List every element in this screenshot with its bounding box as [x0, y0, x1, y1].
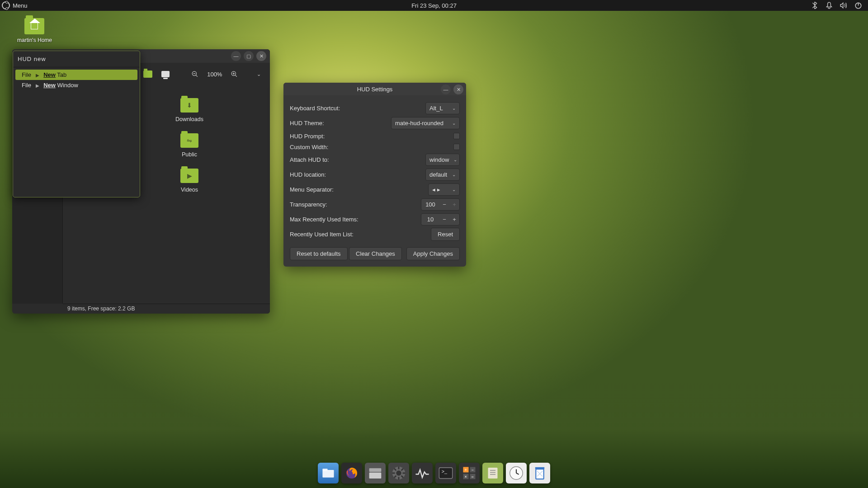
separator-icon: ▶ — [36, 83, 39, 88]
folder-icon: ⬇ — [180, 98, 198, 113]
chevron-down-icon: ⌄ — [452, 172, 456, 177]
folder-public[interactable]: ⇋ Public — [167, 133, 212, 158]
custom-width-label: Custom Width: — [290, 144, 453, 150]
attach-dropdown[interactable]: window⌄ — [425, 154, 460, 166]
svg-text:+: + — [465, 468, 467, 472]
svg-rect-14 — [369, 468, 382, 472]
svg-text:>_: >_ — [442, 469, 448, 474]
prompt-checkbox[interactable] — [453, 133, 460, 139]
hud-result-menu: File — [22, 71, 31, 78]
folder-label: Videos — [167, 187, 212, 193]
zoom-level: 100% — [207, 71, 222, 78]
folder-label: Public — [167, 151, 212, 158]
decrement-button[interactable]: − — [439, 201, 449, 208]
dock-settings[interactable] — [388, 463, 409, 483]
hud-result-rest: Tab — [56, 71, 66, 78]
chevron-down-icon: ⌄ — [453, 157, 457, 162]
hud-search-input[interactable]: HUD new — [13, 51, 140, 67]
dock-notes[interactable] — [482, 463, 503, 483]
theme-dropdown[interactable]: mate-hud-rounded⌄ — [391, 117, 460, 129]
notifications-icon[interactable] — [826, 2, 833, 9]
reset-defaults-button[interactable]: Reset to defaults — [290, 247, 348, 260]
bluetooth-icon[interactable] — [811, 2, 818, 9]
menu-button[interactable]: Menu — [13, 2, 28, 9]
dock-system-monitor[interactable] — [412, 463, 433, 483]
home-toolbar-icon[interactable] — [143, 70, 152, 78]
chevron-down-icon: ⌄ — [452, 121, 456, 126]
folder-videos[interactable]: ▶ Videos — [167, 169, 212, 193]
dock: >_ +−×= — [315, 461, 553, 485]
svg-text:×: × — [465, 474, 467, 479]
svg-point-16 — [396, 470, 401, 475]
separator-icon: ▶ — [36, 73, 39, 78]
increment-button: + — [449, 201, 459, 208]
dock-firefox[interactable] — [341, 463, 362, 483]
increment-button[interactable]: + — [449, 216, 459, 223]
hud-result-item[interactable]: File ▶ New Window — [15, 80, 137, 90]
svg-line-3 — [196, 75, 198, 77]
close-button[interactable]: ✕ — [256, 51, 266, 61]
svg-rect-43 — [535, 467, 544, 469]
dock-terminal[interactable]: >_ — [435, 463, 456, 483]
folder-icon: ▶ — [180, 169, 198, 183]
shortcut-label: Keyboard Shortcut: — [290, 105, 425, 112]
maximize-button[interactable]: ▢ — [244, 51, 254, 61]
power-icon[interactable] — [854, 2, 862, 9]
hud-result-match: New — [43, 71, 56, 78]
view-menu-icon[interactable]: ⌄ — [255, 70, 262, 78]
apply-changes-button[interactable]: Apply Changes — [406, 247, 460, 260]
svg-rect-9 — [322, 470, 334, 478]
shortcut-dropdown[interactable]: Alt_L⌄ — [425, 102, 460, 114]
chevron-down-icon: ⌄ — [452, 106, 456, 111]
location-dropdown[interactable]: default⌄ — [425, 169, 460, 181]
clear-changes-button[interactable]: Clear Changes — [349, 247, 402, 260]
attach-label: Attach HUD to: — [290, 156, 425, 163]
minimize-button[interactable]: — — [441, 84, 451, 94]
home-folder-icon — [24, 18, 44, 34]
max-recent-spinner[interactable]: 10 − + — [421, 213, 460, 225]
prompt-label: HUD Prompt: — [290, 133, 453, 140]
transparency-spinner[interactable]: 100 − + — [421, 198, 460, 211]
hud-result-match: New — [43, 82, 56, 89]
decrement-button[interactable]: − — [439, 216, 449, 223]
zoom-in-icon[interactable] — [231, 70, 237, 78]
minimize-button[interactable]: — — [231, 51, 241, 61]
hud-settings-titlebar[interactable]: HUD Settings — ✕ — [283, 83, 466, 95]
hud-popover: HUD new File ▶ New Tab File ▶ New Window — [13, 51, 140, 197]
svg-text:−: − — [472, 468, 474, 472]
top-panel: Menu Fri 23 Sep, 00:27 — [0, 0, 868, 11]
distro-logo-icon[interactable] — [2, 1, 10, 9]
panel-clock[interactable]: Fri 23 Sep, 00:27 — [411, 2, 457, 9]
dock-clock[interactable] — [506, 463, 527, 483]
folder-downloads[interactable]: ⬇ Downloads — [167, 98, 212, 122]
zoom-out-icon[interactable] — [192, 70, 198, 78]
folder-icon: ⇋ — [180, 133, 198, 148]
svg-rect-13 — [369, 473, 382, 479]
svg-line-6 — [236, 75, 237, 77]
custom-width-checkbox[interactable] — [453, 144, 460, 150]
transparency-label: Transparency: — [290, 201, 421, 208]
reset-button[interactable]: Reset — [431, 228, 460, 241]
close-button[interactable]: ✕ — [453, 84, 463, 94]
hud-settings-window: HUD Settings — ✕ Keyboard Shortcut: Alt_… — [283, 83, 466, 267]
computer-toolbar-icon[interactable] — [161, 70, 170, 78]
svg-text:=: = — [472, 474, 474, 479]
dock-files[interactable] — [318, 463, 339, 483]
fm-statusbar: 9 items, Free space: 2.2 GB — [63, 304, 270, 314]
theme-label: HUD Theme: — [290, 120, 391, 127]
hud-result-rest: Window — [56, 82, 78, 89]
hud-settings-title: HUD Settings — [357, 86, 393, 93]
dock-file-manager[interactable] — [365, 463, 386, 483]
chevron-down-icon: ⌄ — [452, 187, 456, 192]
separator-dropdown[interactable]: ◂ ▸⌄ — [428, 183, 460, 196]
folder-label: Downloads — [167, 116, 212, 122]
hud-result-menu: File — [22, 82, 31, 89]
max-recent-label: Max Recently Used Items: — [290, 216, 421, 223]
dock-calculator[interactable]: +−×= — [459, 463, 480, 483]
dock-trash[interactable] — [529, 463, 550, 483]
location-label: HUD location: — [290, 171, 425, 178]
volume-icon[interactable] — [840, 2, 847, 9]
hud-result-item[interactable]: File ▶ New Tab — [15, 70, 137, 80]
svg-rect-10 — [322, 469, 327, 470]
desktop-home-folder[interactable]: martin's Home — [17, 18, 52, 43]
